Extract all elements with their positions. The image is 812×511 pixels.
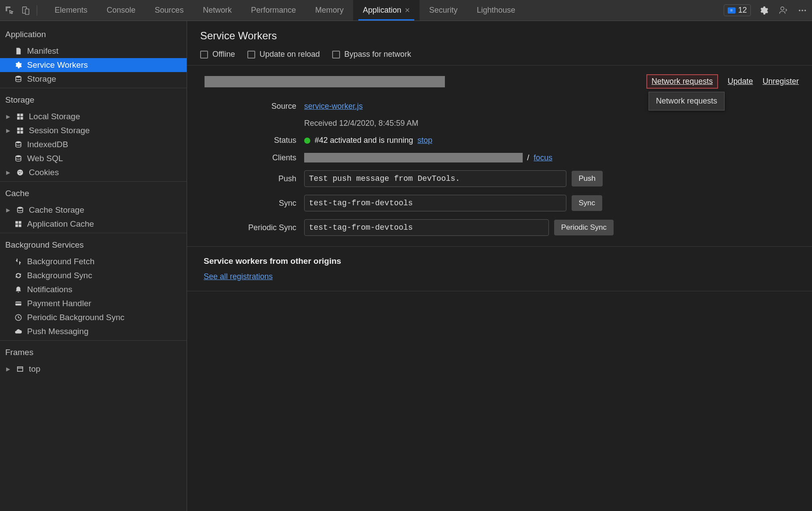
focus-link[interactable]: focus	[534, 153, 552, 162]
section-background: Background Services	[0, 235, 187, 255]
periodic-sync-button[interactable]: Periodic Sync	[554, 220, 614, 235]
expand-icon[interactable]: ▶	[6, 207, 11, 213]
sidebar-item-manifest[interactable]: Manifest	[0, 44, 187, 58]
frame-icon	[16, 365, 24, 373]
checkbox-label: Bypass for network	[344, 50, 411, 59]
sidebar-item-payment[interactable]: Payment Handler	[0, 297, 187, 311]
sync-input[interactable]	[304, 195, 566, 211]
expand-icon[interactable]: ▶	[6, 128, 11, 134]
database-icon	[16, 206, 24, 214]
offline-checkbox[interactable]: Offline	[200, 50, 235, 59]
checkbox-label: Update on reload	[260, 50, 320, 59]
message-icon: ≡	[728, 7, 736, 14]
fetch-icon	[14, 257, 23, 266]
network-requests-link[interactable]: Network requests	[646, 74, 718, 89]
svg-point-17	[17, 169, 23, 176]
svg-rect-13	[17, 131, 20, 134]
settings-icon[interactable]	[758, 4, 770, 17]
svg-rect-1	[25, 9, 29, 14]
grid-icon	[16, 112, 24, 121]
sidebar-item-bg-fetch[interactable]: Background Fetch	[0, 255, 187, 269]
sync-button[interactable]: Sync	[572, 195, 602, 211]
sidebar-item-label: Cookies	[29, 168, 59, 177]
stop-link[interactable]: stop	[417, 136, 432, 145]
sidebar-item-storage[interactable]: Storage	[0, 72, 187, 86]
sidebar-item-label: Notifications	[27, 285, 73, 294]
sidebar-item-cookies[interactable]: ▶ Cookies	[0, 166, 187, 180]
source-label: Source	[226, 102, 296, 111]
origin-redacted	[205, 76, 445, 87]
push-input[interactable]	[304, 170, 566, 187]
sidebar-item-local-storage[interactable]: ▶ Local Storage	[0, 110, 187, 124]
sidebar-item-label: Periodic Background Sync	[27, 313, 125, 322]
sidebar-item-periodic-sync[interactable]: Periodic Background Sync	[0, 311, 187, 325]
tab-console[interactable]: Console	[97, 0, 145, 21]
sidebar-item-label: Manifest	[27, 46, 59, 56]
sidebar-item-service-workers[interactable]: Service Workers	[0, 58, 187, 72]
source-file-link[interactable]: service-worker.js	[304, 102, 363, 111]
sidebar-item-push[interactable]: Push Messaging	[0, 325, 187, 338]
other-origins-title: Service workers from other origins	[204, 256, 795, 266]
sidebar-item-top-frame[interactable]: ▶ top	[0, 362, 187, 376]
tab-security[interactable]: Security	[420, 0, 467, 21]
checkbox-label: Offline	[212, 50, 235, 59]
sidebar-item-websql[interactable]: Web SQL	[0, 152, 187, 166]
device-toggle-icon[interactable]	[19, 4, 31, 17]
sidebar-item-cache-storage[interactable]: ▶ Cache Storage	[0, 203, 187, 217]
svg-rect-25	[19, 224, 21, 227]
inspect-element-icon[interactable]	[3, 4, 16, 17]
tab-sources[interactable]: Sources	[145, 0, 193, 21]
sidebar-item-label: Cache Storage	[29, 205, 84, 215]
expand-icon[interactable]: ▶	[6, 114, 11, 120]
see-all-link[interactable]: See all registrations	[204, 272, 273, 281]
svg-point-2	[781, 7, 784, 10]
svg-rect-24	[15, 224, 18, 227]
sidebar-item-bg-sync[interactable]: Background Sync	[0, 269, 187, 283]
bypass-network-checkbox[interactable]: Bypass for network	[332, 50, 411, 59]
svg-point-16	[16, 155, 21, 158]
client-redacted	[304, 153, 523, 162]
update-link[interactable]: Update	[728, 77, 753, 86]
tab-performance[interactable]: Performance	[241, 0, 305, 21]
document-icon	[14, 47, 23, 55]
sidebar-item-label: Payment Handler	[27, 299, 91, 308]
expand-icon[interactable]: ▶	[6, 366, 11, 372]
client-slash: /	[527, 153, 529, 162]
sidebar-item-label: Local Storage	[29, 112, 80, 121]
expand-icon[interactable]: ▶	[6, 169, 11, 176]
grid-icon	[14, 220, 23, 228]
push-button[interactable]: Push	[572, 171, 603, 186]
cloud-icon	[14, 327, 23, 336]
periodic-sync-input[interactable]	[304, 219, 549, 236]
sidebar-item-label: Push Messaging	[27, 327, 88, 336]
sidebar-item-session-storage[interactable]: ▶ Session Storage	[0, 124, 187, 138]
sidebar-item-app-cache[interactable]: Application Cache	[0, 217, 187, 231]
svg-point-3	[799, 10, 801, 11]
svg-point-19	[21, 171, 21, 172]
update-reload-checkbox[interactable]: Update on reload	[247, 50, 320, 59]
sidebar-item-notifications[interactable]: Notifications	[0, 283, 187, 297]
status-dot-icon	[304, 138, 310, 144]
unregister-link[interactable]: Unregister	[763, 77, 799, 86]
issues-badge[interactable]: ≡ 12	[724, 4, 751, 16]
database-icon	[14, 154, 23, 163]
sidebar-item-label: Storage	[27, 74, 56, 84]
section-cache: Cache	[0, 183, 187, 203]
checkbox-icon	[200, 51, 208, 59]
svg-rect-7	[17, 114, 20, 116]
panel-title: Service Workers	[200, 30, 799, 42]
user-icon[interactable]	[777, 4, 789, 17]
sidebar-item-indexeddb[interactable]: IndexedDB	[0, 138, 187, 152]
sidebar-item-label: top	[29, 364, 40, 374]
tab-application-label: Application	[363, 6, 401, 15]
close-icon[interactable]: ×	[405, 5, 410, 15]
tab-memory[interactable]: Memory	[305, 0, 353, 21]
tab-network[interactable]: Network	[193, 0, 241, 21]
tab-elements[interactable]: Elements	[45, 0, 97, 21]
tab-lighthouse[interactable]: Lighthouse	[467, 0, 525, 21]
tab-application[interactable]: Application ×	[353, 0, 420, 21]
sidebar-item-label: Web SQL	[27, 154, 63, 163]
more-icon[interactable]	[796, 4, 809, 17]
bell-icon	[14, 285, 23, 294]
svg-point-6	[16, 76, 21, 78]
